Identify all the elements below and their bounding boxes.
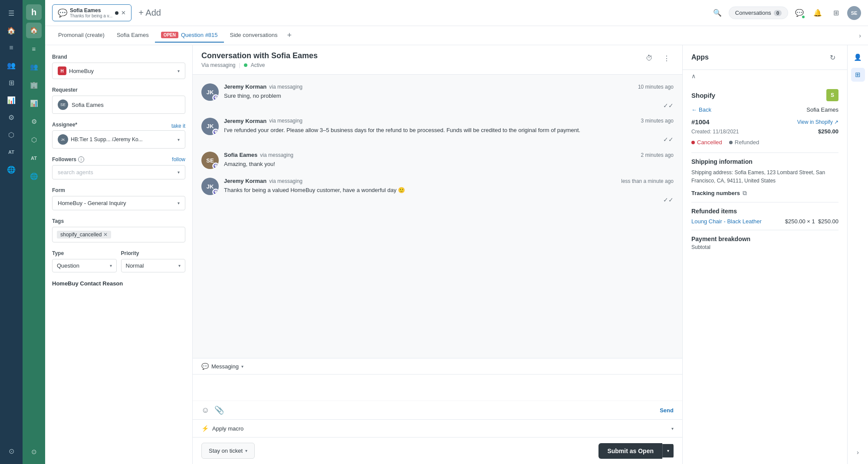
priority-select[interactable]: Normal ▾ <box>121 259 186 272</box>
shopify-section: Shopify S ← Back Sofia Eames <box>683 82 847 257</box>
divider-3 <box>691 230 838 230</box>
tab-side-conversations[interactable]: Side conversations <box>224 28 284 43</box>
sidebar-users-icon[interactable]: 👥 <box>26 59 42 75</box>
brand-label: Brand <box>52 54 185 60</box>
sidebar-globe-icon[interactable]: 🌐 <box>26 169 42 184</box>
tags-field: Tags shopify_cancelled ✕ <box>52 218 185 242</box>
search-button[interactable]: 🔍 <box>710 6 724 20</box>
submit-chevron-button[interactable]: ▾ <box>662 444 674 457</box>
conversations-button[interactable]: Conversations 0 <box>729 7 788 19</box>
status-icon-button[interactable]: 💬 <box>792 6 806 20</box>
subtotal-label: Subtotal <box>691 244 710 250</box>
submit-as-open-button[interactable]: Submit as Open <box>598 443 662 459</box>
nav-home-button[interactable]: 🏠 <box>3 23 19 38</box>
sidebar-zendesk-icon[interactable]: ⊙ <box>26 444 42 460</box>
close-tab-icon[interactable]: ✕ <box>121 10 126 16</box>
tab-sofia[interactable]: Sofia Eames <box>111 28 155 43</box>
back-button[interactable]: ← Back <box>691 106 711 113</box>
sidebar-list-icon[interactable]: ≡ <box>26 41 42 56</box>
requester-label: Requester <box>52 87 185 93</box>
requester-select[interactable]: SE Sofia Eames <box>52 96 185 114</box>
tab-protonmail[interactable]: Promonail (create) <box>52 28 111 43</box>
more-options-button[interactable]: ⋮ <box>660 51 674 65</box>
sidebar-building-icon[interactable]: 🏢 <box>26 77 42 93</box>
refresh-icon-button[interactable]: ↻ <box>826 51 838 63</box>
order-amount: $250.00 <box>818 128 838 135</box>
status-row: Cancelled Refunded <box>691 139 838 146</box>
tab-sofia-label: Sofia Eames <box>117 32 149 38</box>
followers-search[interactable]: search agents ▾ <box>52 165 185 179</box>
sidebar-chart-icon[interactable]: 📊 <box>26 96 42 111</box>
nav-settings-button[interactable]: ⚙ <box>3 109 19 125</box>
payment-title: Payment breakdown <box>691 235 838 242</box>
messages-area: JK 💬 Jeremy Korman via messaging 10 minu… <box>193 75 682 358</box>
assignee-field: Assignee* take it JK HB:Tier 1 Supp... /… <box>52 122 185 149</box>
message-text: Amazing, thank you! <box>224 160 674 169</box>
stay-on-ticket-button[interactable]: Stay on ticket ▾ <box>201 443 255 459</box>
collapse-section[interactable]: ∧ <box>683 70 847 82</box>
type-select[interactable]: Question ▾ <box>52 259 117 272</box>
tab-open-badge: OPEN <box>161 32 178 38</box>
nav-users-button[interactable]: 👥 <box>3 57 19 73</box>
brand-value: HomeBuy <box>69 68 94 74</box>
reply-input[interactable] <box>193 375 682 401</box>
emoji-icon[interactable]: ☺ <box>201 406 209 415</box>
nav-menu-button[interactable]: ☰ <box>3 5 19 21</box>
bottom-actions: Stay on ticket ▾ Submit as Open ▾ <box>193 437 682 464</box>
user-avatar[interactable]: SE <box>847 6 861 20</box>
tag-remove-icon[interactable]: ✕ <box>103 232 108 238</box>
tags-label: Tags <box>52 218 185 224</box>
nav-globe-button[interactable]: 🌐 <box>3 162 19 177</box>
assignee-select[interactable]: JK HB:Tier 1 Supp... /Jeremy Ko... ▾ <box>52 130 185 149</box>
nav-support-button[interactable]: ⊙ <box>3 443 19 459</box>
sidebar-at-icon[interactable]: AT <box>26 150 42 166</box>
take-it-link[interactable]: take it <box>171 123 185 129</box>
via-messaging-label: Via messaging <box>201 62 236 68</box>
refund-item-name[interactable]: Loung Chair - Black Leather <box>691 218 762 225</box>
add-tab-button[interactable]: + Add <box>135 6 164 20</box>
type-priority-row: Type Question ▾ Priority Normal ▾ <box>52 250 185 272</box>
message-item: JK 💬 Jeremy Korman via messaging 3 minut… <box>201 118 674 143</box>
assignee-value: HB:Tier 1 Supp... /Jeremy Ko... <box>71 136 143 143</box>
form-select[interactable]: HomeBuy - General Inquiry ▾ <box>52 196 185 210</box>
copy-tracking-icon[interactable]: ⧉ <box>743 189 747 197</box>
tags-input[interactable]: shopify_cancelled ✕ <box>52 227 185 242</box>
apps-list-icon-button[interactable]: ⊞ <box>851 68 865 82</box>
grid-icon-button[interactable]: ⊞ <box>829 6 843 20</box>
nav-box-button[interactable]: ⬡ <box>3 127 19 143</box>
nav-lists-button[interactable]: ≡ <box>3 40 19 56</box>
active-chat-tab[interactable]: 💬 Sofia Eames Thanks for being a v... ✕ <box>52 4 132 21</box>
active-tab-dot <box>115 11 118 15</box>
message-time: 2 minutes ago <box>641 152 674 158</box>
collapse-chevron-icon[interactable]: ∧ <box>691 73 696 80</box>
nav-chart-button[interactable]: 📊 <box>3 92 19 108</box>
history-icon-button[interactable]: ⏱ <box>642 51 656 65</box>
expand-icon-button[interactable]: › <box>851 445 865 459</box>
follow-link[interactable]: follow <box>172 156 185 162</box>
sidebar-box-icon[interactable]: ⬡ <box>26 132 42 148</box>
view-in-shopify-link[interactable]: View in Shopify ↗ <box>797 119 838 125</box>
active-status-dot <box>244 63 247 67</box>
homebuy-contact-field: HomeBuy Contact Reason <box>52 280 185 292</box>
bell-icon-button[interactable]: 🔔 <box>811 6 825 20</box>
messaging-mode-bar[interactable]: 💬 Messaging ▾ <box>193 358 682 375</box>
add-new-tab-button[interactable]: + <box>283 31 295 40</box>
message-via: via messaging <box>269 118 302 124</box>
user-profile-icon-button[interactable]: 👤 <box>851 50 865 64</box>
messaging-mode-label: Messaging <box>211 363 239 370</box>
macro-bar[interactable]: ⚡ Apply macro ▾ <box>193 419 682 437</box>
tracking-row: Tracking numbers ⧉ <box>691 189 838 197</box>
tabs-expand-icon[interactable]: › <box>859 32 861 39</box>
tab-question[interactable]: OPEN Question #815 <box>155 28 224 43</box>
message-item: SE 💬 Sofia Eames via messaging 2 minutes… <box>201 152 674 169</box>
attach-icon[interactable]: 📎 <box>214 405 224 415</box>
sidebar-settings-icon[interactable]: ⚙ <box>26 114 42 129</box>
nav-grid-button[interactable]: ⊞ <box>3 75 19 90</box>
brand-select[interactable]: H HomeBuy ▾ <box>52 63 185 79</box>
sidebar-home-icon[interactable]: 🏠 <box>26 23 42 38</box>
nav-at-button[interactable]: AT <box>3 144 19 160</box>
refunded-items-title: Refunded items <box>691 208 838 215</box>
send-button[interactable]: Send <box>660 407 674 414</box>
left-sidebar: h 🏠 ≡ 👥 🏢 📊 ⚙ ⬡ AT 🌐 ⊙ <box>23 0 45 464</box>
back-label: Back <box>699 106 711 113</box>
